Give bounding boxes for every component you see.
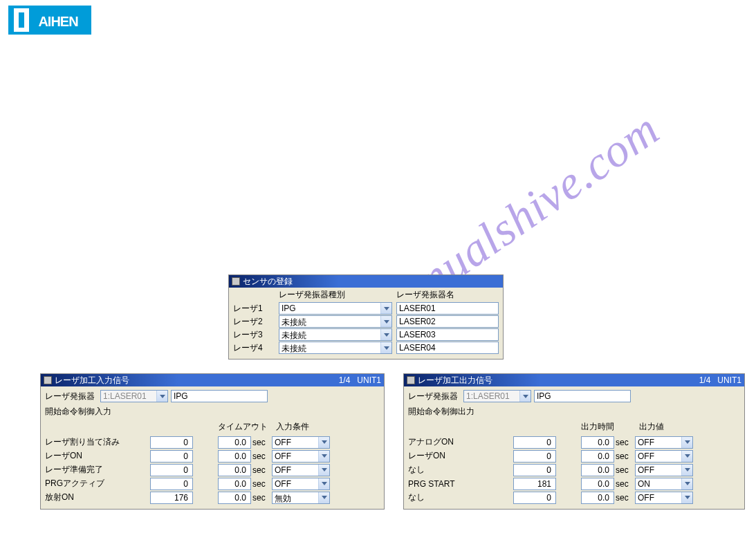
chevron-down-icon[interactable] [380, 316, 391, 327]
input-timeout-field[interactable]: 0.0 [218, 464, 251, 476]
output-outval-select[interactable]: OFF [635, 450, 693, 463]
sec-unit: sec [614, 479, 631, 489]
sensor-type-value: 未接続 [279, 316, 380, 327]
input-row: レーザON 0 0.0 sec OFF [45, 449, 380, 463]
sec-unit: sec [251, 465, 268, 475]
sensor-type-select[interactable]: 未接続 [279, 342, 392, 354]
input-value-field[interactable]: 0 [150, 450, 193, 463]
sensor-type-select[interactable]: IPG [279, 302, 392, 315]
input-condition-value: OFF [273, 478, 318, 489]
input-value-field[interactable]: 0 [150, 436, 193, 449]
input-condition-select[interactable]: OFF [272, 478, 330, 490]
chevron-down-icon[interactable] [156, 391, 167, 402]
chevron-down-icon[interactable] [519, 391, 531, 402]
output-outval-select[interactable]: OFF [635, 436, 693, 449]
sensor-panel-title: センサの登録 [243, 275, 293, 288]
output-time-field[interactable]: 0.0 [581, 478, 614, 490]
output-outval-value: OFF [636, 492, 681, 503]
input-condition-value: OFF [273, 451, 318, 462]
output-subtitle: 開始命令制御出力 [408, 406, 740, 417]
output-time-field[interactable]: 0.0 [581, 450, 614, 463]
sensor-name-input[interactable]: LASER01 [396, 302, 499, 315]
output-time-field[interactable]: 0.0 [581, 436, 614, 449]
oscillator-select-value: 1:LASER01 [464, 391, 519, 402]
chevron-down-icon[interactable] [380, 303, 391, 314]
output-panel-page: 1/4 [699, 374, 711, 386]
chevron-down-icon[interactable] [318, 478, 329, 489]
input-timeout-field[interactable]: 0.0 [218, 450, 251, 463]
output-col-time: 出力時間 [581, 421, 631, 433]
sensor-type-value: IPG [279, 303, 380, 314]
sec-unit: sec [614, 451, 631, 461]
chevron-down-icon[interactable] [318, 492, 329, 503]
output-row-label: なし [408, 492, 513, 503]
output-time-field[interactable]: 0.0 [581, 464, 614, 476]
chevron-down-icon[interactable] [681, 465, 692, 476]
oscillator-name-input[interactable]: IPG [171, 390, 268, 402]
input-row-label: レーザ準備完了 [45, 464, 150, 476]
output-outval-value: ON [636, 478, 681, 489]
input-timeout-field[interactable]: 0.0 [218, 436, 251, 449]
chevron-down-icon[interactable] [318, 465, 329, 476]
output-row: なし 0 0.0 sec OFF [408, 491, 740, 504]
oscillator-select[interactable]: 1:LASER01 [463, 390, 531, 402]
chevron-down-icon[interactable] [681, 451, 692, 462]
output-time-field[interactable]: 0.0 [581, 492, 614, 504]
output-row: なし 0 0.0 sec OFF [408, 463, 740, 476]
input-row-label: PRGアクティブ [45, 478, 150, 489]
output-row: PRG START 181 0.0 sec ON [408, 477, 740, 490]
oscillator-name-input[interactable]: IPG [534, 390, 631, 402]
chevron-down-icon[interactable] [318, 437, 329, 448]
input-col-timeout: タイムアウト [218, 421, 268, 433]
input-condition-select[interactable]: OFF [272, 450, 330, 463]
output-outval-select[interactable]: OFF [635, 492, 693, 504]
input-row: 放射ON 176 0.0 sec 無効 [45, 491, 380, 504]
sensor-name-input[interactable]: LASER03 [396, 328, 499, 341]
sensor-row-label: レーザ1 [233, 303, 279, 315]
output-outval-value: OFF [636, 451, 681, 462]
chevron-down-icon[interactable] [681, 492, 692, 503]
sensor-row-label: レーザ4 [233, 342, 279, 354]
input-value-field[interactable]: 176 [150, 492, 193, 504]
sensor-header-name: レーザ発振器名 [396, 289, 499, 301]
sensor-row-label: レーザ3 [233, 329, 279, 341]
panel-icon [232, 277, 240, 286]
input-condition-select[interactable]: OFF [272, 464, 330, 476]
sensor-type-value: 未接続 [279, 342, 380, 353]
input-row: PRGアクティブ 0 0.0 sec OFF [45, 477, 380, 490]
input-value-field[interactable]: 0 [150, 464, 193, 476]
output-outval-select[interactable]: OFF [635, 464, 693, 476]
input-row: レーザ準備完了 0 0.0 sec OFF [45, 463, 380, 476]
input-condition-select[interactable]: OFF [272, 436, 330, 449]
input-panel-page: 1/4 [339, 374, 351, 386]
sensor-panel: センサの登録 レーザ発振器種別 レーザ発振器名 レーザ1 IPG LASER01… [228, 274, 504, 360]
output-value-field[interactable]: 0 [513, 492, 556, 504]
chevron-down-icon[interactable] [380, 342, 391, 353]
chevron-down-icon[interactable] [318, 451, 329, 462]
input-row-label: レーザON [45, 450, 150, 462]
sec-unit: sec [251, 479, 268, 489]
output-value-field[interactable]: 0 [513, 450, 556, 463]
output-value-field[interactable]: 0 [513, 464, 556, 476]
input-timeout-field[interactable]: 0.0 [218, 478, 251, 490]
chevron-down-icon[interactable] [681, 437, 692, 448]
output-outval-select[interactable]: ON [635, 478, 693, 490]
input-condition-value: OFF [273, 465, 318, 476]
output-value-field[interactable]: 0 [513, 436, 556, 449]
sec-unit: sec [251, 493, 268, 503]
sensor-type-select[interactable]: 未接続 [279, 315, 392, 328]
sensor-name-input[interactable]: LASER04 [396, 342, 499, 354]
svg-text:AIHEN: AIHEN [38, 14, 78, 29]
sensor-type-select[interactable]: 未接続 [279, 328, 392, 341]
oscillator-label: レーザ発振器 [45, 391, 100, 402]
output-value-field[interactable]: 181 [513, 478, 556, 490]
input-value-field[interactable]: 0 [150, 478, 193, 490]
input-condition-select[interactable]: 無効 [272, 492, 330, 504]
oscillator-select[interactable]: 1:LASER01 [100, 390, 168, 402]
input-timeout-field[interactable]: 0.0 [218, 492, 251, 504]
chevron-down-icon[interactable] [681, 478, 692, 489]
panel-icon [44, 376, 52, 384]
input-condition-value: OFF [273, 437, 318, 448]
sensor-name-input[interactable]: LASER02 [396, 315, 499, 328]
chevron-down-icon[interactable] [380, 329, 391, 340]
